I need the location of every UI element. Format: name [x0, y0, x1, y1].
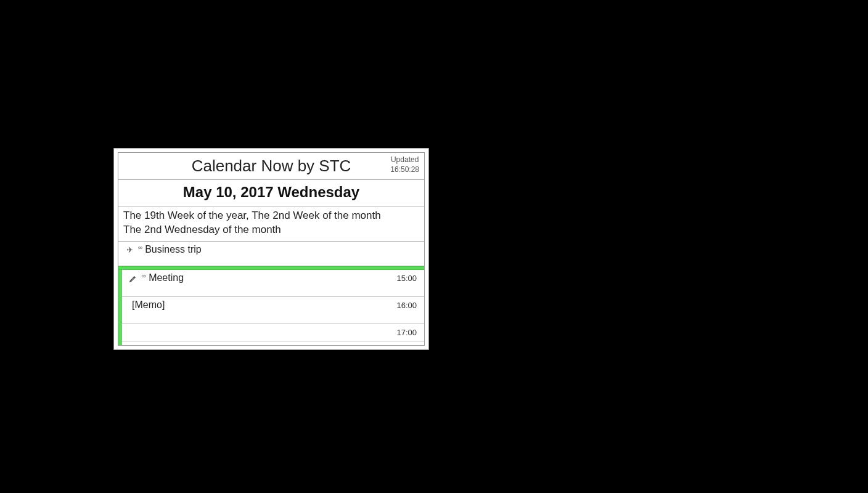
allday-prefix: ∞: [138, 244, 142, 251]
week-info-line2: The 2nd Wednesday of the month: [123, 223, 419, 237]
timed-event-row[interactable]: ∞ Meeting 15:00: [122, 270, 424, 297]
title-row: Calendar Now by STC Updated 16:50:28: [118, 153, 424, 180]
timed-event-title: Meeting: [149, 272, 396, 283]
timed-events-block: ∞ Meeting 15:00 [Memo] 16:00 17:00: [118, 270, 424, 345]
event-prefix: ∞: [142, 272, 146, 279]
timed-event-time: 15:00: [396, 274, 417, 283]
updated-block: Updated 16:50:28: [390, 155, 419, 174]
date-row: May 10, 2017 Wednesday: [118, 180, 424, 206]
plane-icon: ✈: [125, 245, 134, 255]
week-info: The 19th Week of the year, The 2nd Week …: [118, 206, 424, 242]
updated-label: Updated: [390, 155, 419, 165]
timed-event-title: [Memo]: [128, 299, 396, 311]
week-info-line1: The 19th Week of the year, The 2nd Week …: [123, 209, 419, 223]
pen-icon: [128, 274, 138, 283]
timed-event-time: 16:00: [396, 301, 417, 310]
timed-event-time: 17:00: [396, 328, 417, 337]
timed-event-row[interactable]: 17:00: [122, 324, 424, 341]
app-title: Calendar Now by STC: [118, 157, 424, 176]
timed-event-row[interactable]: [Memo] 16:00: [122, 297, 424, 324]
updated-time: 16:50:28: [390, 165, 419, 175]
calendar-widget: Calendar Now by STC Updated 16:50:28 May…: [113, 148, 429, 350]
allday-event-title: Business trip: [145, 244, 419, 255]
allday-event-row[interactable]: ✈ ∞ Business trip: [118, 242, 424, 266]
widget-inner: Calendar Now by STC Updated 16:50:28 May…: [118, 152, 425, 346]
